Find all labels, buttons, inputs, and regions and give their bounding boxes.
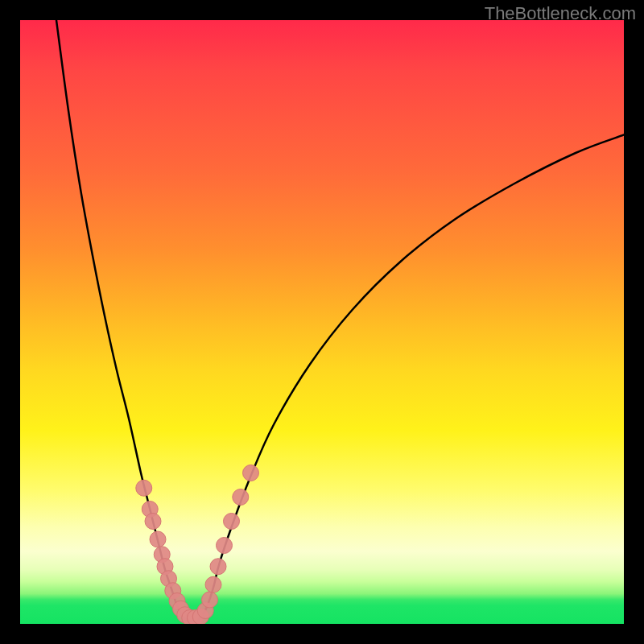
data-marker [150, 531, 166, 547]
data-marker [233, 489, 249, 506]
data-marker [217, 538, 233, 554]
data-marker [145, 514, 161, 530]
data-marker [243, 465, 259, 481]
watermark-text: TheBottleneck.com [485, 3, 636, 24]
data-marker [210, 559, 226, 575]
data-marker [224, 514, 240, 530]
chart-svg [20, 20, 624, 624]
data-marker [136, 480, 152, 496]
data-marker [202, 592, 218, 608]
plot-area [20, 20, 624, 624]
data-marker [205, 576, 221, 592]
curve-layer [56, 20, 624, 621]
outer-frame: TheBottleneck.com [0, 0, 644, 644]
bottleneck-curve [56, 20, 624, 621]
marker-layer [136, 465, 259, 625]
